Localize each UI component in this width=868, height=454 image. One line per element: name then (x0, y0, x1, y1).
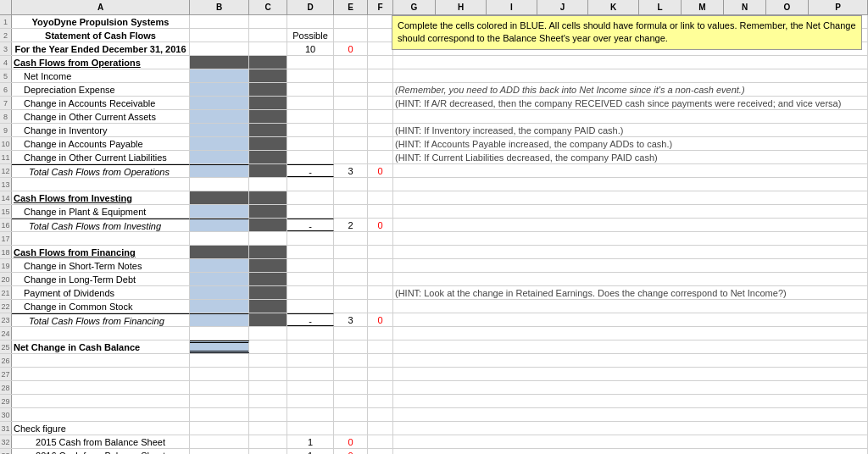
hint-box: Complete the cells colored in BLUE. All … (392, 15, 862, 50)
row-13: 13 (0, 178, 868, 191)
row-24: 24 (0, 327, 868, 340)
possible-label: Possible (287, 29, 334, 42)
hint-box-text: Complete the cells colored in BLUE. All … (398, 20, 856, 43)
ar-change-label: Change in Accounts Receivable (12, 97, 190, 109)
row-4: 4 Cash Flows from Operations (0, 56, 868, 69)
col-header-D: D (287, 0, 334, 14)
total-inv-e: 2 (334, 219, 368, 231)
row-14: 14 Cash Flows from Investing (0, 191, 868, 205)
other-assets-label: Change in Other Current Assets (12, 110, 190, 123)
spreadsheet: A B C D E F G H I J K L M N O P 1 YoyoDy… (0, 0, 868, 454)
col-header-I: I (487, 0, 537, 14)
total-investing-label: Total Cash Flows from Investing (12, 219, 190, 231)
col-header-O: O (766, 0, 809, 14)
row-11: 11 Change in Other Current Liabilities (… (0, 151, 868, 164)
row-15: 15 Change in Plant & Equipment (0, 205, 868, 219)
y2015-e: 0 (334, 435, 368, 448)
investing-header: Cash Flows from Investing (12, 191, 190, 204)
row-9: 9 Change in Inventory (HINT: If Inventor… (0, 124, 868, 137)
short-term-notes-label: Change in Short-Term Notes (12, 259, 190, 272)
possible-zero: 0 (334, 42, 368, 55)
row-17: 17 (0, 232, 868, 246)
col-header-A: A (12, 0, 190, 14)
col-header-M: M (682, 0, 724, 14)
row-32: 32 2015 Cash from Balance Sheet 1 0 (0, 435, 868, 449)
row-7: 7 Change in Accounts Receivable (HINT: I… (0, 97, 868, 110)
row-6: 6 Depreciation Expense (Remember, you ne… (0, 83, 868, 97)
y2015-d: 1 (287, 435, 334, 448)
hint-dividends: (HINT: Look at the change in Retained Ea… (393, 286, 868, 299)
spreadsheet-rows: 1 YoyoDyne Propulsion Systems 2 Statemen… (0, 15, 868, 454)
col-header-E: E (334, 0, 368, 14)
col-header-K: K (588, 0, 639, 14)
statement-title: Statement of Cash Flows (12, 29, 190, 42)
financing-header: Cash Flows from Financing (12, 246, 190, 258)
col-header-F: F (368, 0, 393, 14)
row-5: 5 Net Income (0, 69, 868, 83)
ppe-change-label: Change in Plant & Equipment (12, 205, 190, 218)
col-header-L: L (639, 0, 682, 14)
col-header-J: J (537, 0, 588, 14)
y2016-d: 1 (287, 449, 334, 454)
total-inv-f: 0 (368, 219, 393, 231)
row-10: 10 Change in Accounts Payable (HINT: If … (0, 137, 868, 151)
total-ops-d: - (287, 164, 334, 177)
row-18: 18 Cash Flows from Financing (0, 246, 868, 259)
row-31: 31 Check figure (0, 422, 868, 435)
total-fin-d: - (287, 313, 334, 326)
hint-depreciation: (Remember, you need to ADD this back int… (393, 83, 868, 96)
col-header-H: H (436, 0, 487, 14)
inventory-label: Change in Inventory (12, 124, 190, 136)
hint-ar: (HINT: If A/R decreased, then the compan… (393, 97, 868, 109)
row-8: 8 Change in Other Current Assets (0, 110, 868, 124)
row-28: 28 (0, 381, 868, 395)
total-inv-d: - (287, 219, 334, 231)
hint-ap: (HINT: If Accounts Payable increased, th… (393, 137, 868, 150)
check-figure-label: Check figure (12, 422, 190, 435)
total-operations-label: Total Cash Flows from Operations (12, 164, 190, 177)
row-16: 16 Total Cash Flows from Investing - 2 0 (0, 219, 868, 232)
row-27: 27 (0, 368, 868, 381)
row-12: 12 Total Cash Flows from Operations - 3 … (0, 164, 868, 178)
possible-value: 10 (287, 42, 334, 55)
row-25: 25 Net Change in Cash Balance (0, 340, 868, 354)
net-change-label: Net Change in Cash Balance (12, 340, 190, 353)
corner-cell (0, 0, 12, 14)
period-label: For the Year Ended December 31, 2016 (12, 42, 190, 55)
net-income-label: Net Income (12, 69, 190, 82)
col-header-N: N (724, 0, 766, 14)
row-22: 22 Change in Common Stock (0, 300, 868, 313)
total-fin-e: 3 (334, 313, 368, 326)
total-financing-label: Total Cash Flows from Financing (12, 313, 190, 326)
col-header-B: B (190, 0, 249, 14)
total-ops-f: 0 (368, 164, 393, 177)
y2016-label: 2016 Cash from Balance Sheet (12, 449, 190, 454)
other-liabilities-label: Change in Other Current Liabilities (12, 151, 190, 163)
row-30: 30 (0, 408, 868, 422)
total-ops-e: 3 (334, 164, 368, 177)
common-stock-label: Change in Common Stock (12, 300, 190, 313)
col-header-C: C (249, 0, 287, 14)
col-header-G: G (393, 0, 436, 14)
y2016-e: 0 (334, 449, 368, 454)
row-20: 20 Change in Long-Term Debt (0, 273, 868, 286)
operations-header: Cash Flows from Operations (12, 56, 190, 69)
hint-liabilities: (HINT: If Current Liabilities decreased,… (393, 151, 868, 163)
row-29: 29 (0, 395, 868, 408)
company-name: YoyoDyne Propulsion Systems (12, 15, 190, 28)
column-headers: A B C D E F G H I J K L M N O P (0, 0, 868, 15)
y2015-label: 2015 Cash from Balance Sheet (12, 435, 190, 448)
row-33: 33 2016 Cash from Balance Sheet 1 0 (0, 449, 868, 454)
row-19: 19 Change in Short-Term Notes (0, 259, 868, 273)
long-term-debt-label: Change in Long-Term Debt (12, 273, 190, 285)
col-header-P: P (809, 0, 868, 14)
row-21: 21 Payment of Dividends (HINT: Look at t… (0, 286, 868, 300)
total-fin-f: 0 (368, 313, 393, 326)
row-26: 26 (0, 354, 868, 368)
depreciation-label: Depreciation Expense (12, 83, 190, 96)
row-23: 23 Total Cash Flows from Financing - 3 0 (0, 313, 868, 327)
hint-inventory: (HINT: If Inventory increased, the compa… (393, 124, 868, 136)
dividends-label: Payment of Dividends (12, 286, 190, 299)
ap-change-label: Change in Accounts Payable (12, 137, 190, 150)
